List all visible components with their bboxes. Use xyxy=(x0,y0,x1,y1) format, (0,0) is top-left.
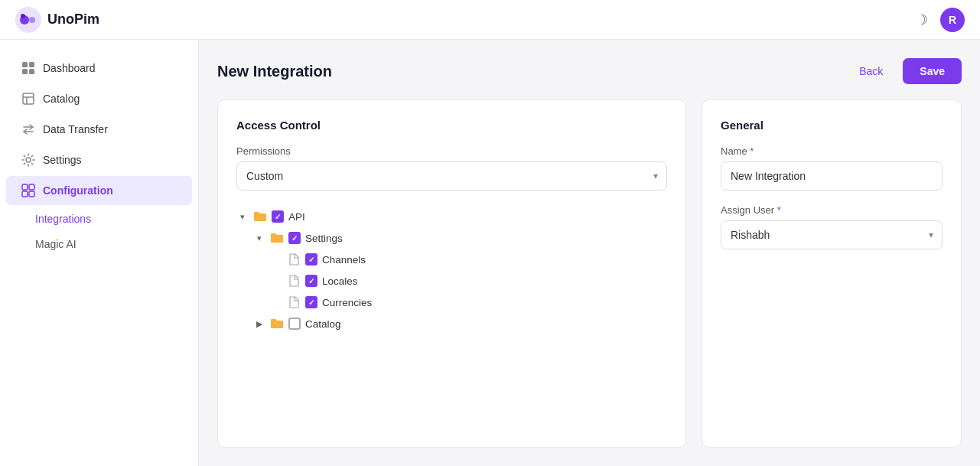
two-col-layout: Access Control Permissions Custom All Re… xyxy=(217,99,962,448)
top-nav: UnoPim ☽ R xyxy=(0,0,980,40)
tree-row-locales[interactable]: ▾ Locales xyxy=(270,270,667,292)
sidebar: Dashboard Catalog Data Transfer Settings… xyxy=(0,40,199,466)
svg-rect-7 xyxy=(29,69,34,74)
permissions-tree: ▾ API ▾ xyxy=(236,206,667,334)
dark-mode-icon[interactable]: ☽ xyxy=(916,11,928,28)
sidebar-label-dashboard: Dashboard xyxy=(43,62,96,74)
svg-rect-8 xyxy=(23,93,34,104)
back-button[interactable]: Back xyxy=(848,59,894,83)
svg-rect-15 xyxy=(29,191,34,197)
sidebar-sub-label-integrations: Integrations xyxy=(35,213,91,225)
data-transfer-icon xyxy=(21,122,35,136)
tree-row-api[interactable]: ▾ API xyxy=(236,206,667,227)
sidebar-sub-item-integrations[interactable]: Integrations xyxy=(35,207,192,231)
nav-right: ☽ R xyxy=(916,8,965,32)
svg-rect-12 xyxy=(22,184,28,190)
general-card: General Name * Assign User * Rishabh Adm… xyxy=(702,99,962,448)
sidebar-label-settings: Settings xyxy=(43,154,82,166)
header-actions: Back Save xyxy=(848,58,962,84)
svg-rect-4 xyxy=(22,62,28,67)
sidebar-label-data-transfer: Data Transfer xyxy=(43,123,108,135)
sidebar-item-configuration[interactable]: Configuration xyxy=(6,176,192,205)
tree-checkbox-api[interactable] xyxy=(272,210,284,223)
tree-toggle-settings[interactable]: ▾ xyxy=(253,232,265,244)
tree-folder-settings xyxy=(270,231,284,245)
permissions-select-wrapper: Custom All Read Only ▾ xyxy=(236,161,667,191)
page-header: New Integration Back Save xyxy=(217,58,962,84)
permissions-label: Permissions xyxy=(236,145,667,157)
tree-file-locales xyxy=(287,274,301,288)
sidebar-item-catalog[interactable]: Catalog xyxy=(6,84,192,113)
tree-label-settings: Settings xyxy=(305,233,343,244)
tree-checkbox-channels[interactable] xyxy=(305,253,317,266)
tree-checkbox-locales[interactable] xyxy=(305,275,317,287)
sidebar-sub-item-magic-ai[interactable]: Magic AI xyxy=(35,232,192,256)
general-title: General xyxy=(721,119,943,132)
permissions-select[interactable]: Custom All Read Only xyxy=(236,161,667,191)
logo-text: UnoPim xyxy=(47,11,99,28)
tree-row-currencies[interactable]: ▾ Currencies xyxy=(270,292,667,313)
tree-file-currencies xyxy=(287,295,301,309)
catalog-icon xyxy=(21,92,35,106)
assign-user-select-wrapper: Rishabh Admin User1 ▾ xyxy=(721,220,943,249)
sidebar-item-settings[interactable]: Settings xyxy=(6,145,192,174)
tree-toggle-catalog[interactable]: ▶ xyxy=(253,318,265,330)
sidebar-label-configuration: Configuration xyxy=(43,184,113,197)
svg-point-2 xyxy=(29,17,35,23)
access-control-title: Access Control xyxy=(236,119,667,132)
main-layout: Dashboard Catalog Data Transfer Settings… xyxy=(0,40,980,466)
access-control-card: Access Control Permissions Custom All Re… xyxy=(217,99,686,448)
tree-label-locales: Locales xyxy=(322,275,358,287)
page-title: New Integration xyxy=(217,63,332,80)
tree-checkbox-catalog[interactable] xyxy=(288,318,301,330)
tree-label-catalog: Catalog xyxy=(305,318,341,330)
user-avatar[interactable]: R xyxy=(940,8,965,32)
main-content: New Integration Back Save Access Control… xyxy=(199,40,980,466)
tree-row-settings[interactable]: ▾ Settings xyxy=(253,227,667,249)
svg-rect-13 xyxy=(29,184,34,190)
configuration-icon xyxy=(21,184,35,197)
svg-point-3 xyxy=(21,14,25,18)
dashboard-icon xyxy=(21,61,35,75)
save-button[interactable]: Save xyxy=(903,58,962,84)
logo-icon xyxy=(15,7,41,33)
name-input[interactable] xyxy=(721,161,943,191)
tree-label-currencies: Currencies xyxy=(322,297,372,308)
tree-folder-api xyxy=(253,210,267,223)
sidebar-item-data-transfer[interactable]: Data Transfer xyxy=(6,115,192,144)
tree-checkbox-settings[interactable] xyxy=(288,232,301,244)
name-label: Name * xyxy=(721,145,943,157)
tree-folder-catalog xyxy=(270,317,284,331)
tree-label-channels: Channels xyxy=(322,254,366,266)
sidebar-sub-label-magic-ai: Magic AI xyxy=(35,238,77,250)
svg-point-11 xyxy=(26,158,31,162)
assign-user-label: Assign User * xyxy=(721,204,943,216)
settings-icon xyxy=(21,153,35,167)
tree-children-settings: ▾ Channels ▾ xyxy=(253,249,667,313)
sidebar-item-dashboard[interactable]: Dashboard xyxy=(6,54,192,83)
tree-checkbox-currencies[interactable] xyxy=(305,296,317,308)
tree-children-api: ▾ Settings ▾ xyxy=(236,227,667,334)
tree-row-channels[interactable]: ▾ Channels xyxy=(270,249,667,270)
tree-row-catalog[interactable]: ▶ Catalog xyxy=(253,313,667,334)
sidebar-sub-menu: Integrations Magic AI xyxy=(0,207,198,256)
svg-rect-14 xyxy=(22,191,28,197)
tree-label-api: API xyxy=(288,211,305,223)
logo-area: UnoPim xyxy=(15,7,99,33)
sidebar-label-catalog: Catalog xyxy=(43,93,80,105)
svg-rect-5 xyxy=(29,62,34,67)
tree-file-channels xyxy=(287,253,301,266)
svg-rect-6 xyxy=(22,69,28,74)
assign-user-select[interactable]: Rishabh Admin User1 xyxy=(721,220,943,249)
tree-toggle-api[interactable]: ▾ xyxy=(236,210,249,223)
